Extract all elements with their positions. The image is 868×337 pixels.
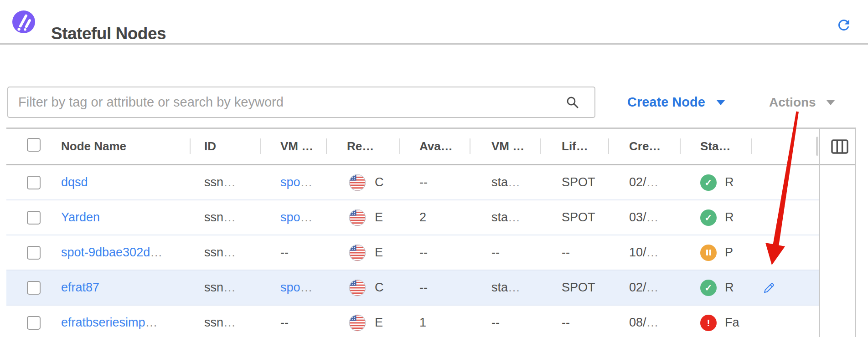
header-divider [190,138,191,154]
lifecycle-cell: SPOT [540,271,608,305]
column-header-vm-1: VM … [260,139,326,153]
us-flag-icon [349,174,366,191]
node-name-cell: efratbseriesimp… [44,306,190,337]
select-all-checkbox[interactable] [27,138,41,152]
table-row: Yarden ssn… spo… E 2 sta… SPOT 03/… R [6,200,819,235]
column-header-status: Sta… [680,139,751,153]
vm-link[interactable]: spo… [280,210,313,225]
availability-cell: 2 [399,200,470,235]
columns-icon [831,139,848,154]
vm-link[interactable]: spo… [280,281,313,295]
node-name-link[interactable]: efratbseriesimp… [61,316,158,330]
row-checkbox[interactable] [27,176,41,189]
lifecycle-cell: SPOT [540,200,608,235]
node-name-link[interactable]: efrat87 [61,281,99,295]
status-cell: P [680,235,751,270]
status-failed-icon [700,315,717,331]
availability-cell: -- [399,235,470,270]
nodes-table: Node Name ID VM … Re… Ava… VM … Lif… Cre… [6,128,856,337]
edit-node-button[interactable] [763,281,775,294]
filter-input[interactable] [8,87,594,117]
status-running-icon [700,209,717,226]
lifecycle-cell: -- [540,306,608,337]
row-checkbox[interactable] [27,211,41,225]
column-header-vm-2: VM … [470,139,540,153]
pencil-icon [763,281,775,294]
node-id-cell: ssn… [190,271,260,305]
vm-cell: spo… [260,271,326,305]
node-name-cell: efrat87 [44,271,190,305]
row-checkbox[interactable] [27,246,41,260]
vm-type-cell: sta… [470,200,540,235]
node-name-link[interactable]: spot-9dbae302d… [61,245,162,260]
app-header: Stateful Nodes [0,0,868,45]
status-paused-icon [700,245,717,261]
availability-cell: -- [399,271,470,305]
created-cell: 03/… [608,200,680,235]
us-flag-icon [349,244,366,261]
filter-bar [7,87,595,118]
vm-cell: -- [260,306,326,337]
node-id-cell: ssn… [190,235,260,270]
status-cell: R [680,165,751,199]
create-node-button[interactable]: Create Node [627,87,725,118]
created-cell: 02/… [608,165,680,199]
status-cell: R [680,200,751,235]
chevron-down-icon [826,100,835,105]
node-name-link[interactable]: Yarden [61,210,100,225]
region-cell: E [326,306,399,337]
column-picker-button[interactable] [831,139,848,154]
row-actions-cell [751,200,819,235]
header-divider [326,138,327,154]
spot-logo-icon [12,10,35,33]
header-divider [540,138,541,154]
region-cell: E [326,200,399,235]
table-row: spot-9dbae302d… ssn… -- E -- -- -- 10/… … [6,235,819,271]
region-cell: E [326,235,399,270]
lifecycle-cell: SPOT [540,165,608,199]
created-cell: 02/… [608,271,680,305]
vm-type-cell: -- [470,235,540,270]
actions-button[interactable]: Actions [769,87,835,118]
table-header-row: Node Name ID VM … Re… Ava… VM … Lif… Cre… [6,129,856,165]
row-actions-cell [751,306,819,337]
vm-type-cell: -- [470,306,540,337]
row-select-cell [6,306,44,337]
row-checkbox[interactable] [27,316,41,330]
row-select-cell [6,235,44,270]
us-flag-icon [349,209,366,226]
row-actions-cell [751,235,819,270]
table-right-border [855,129,856,337]
availability-cell: 1 [399,306,470,337]
table-vertical-divider [819,129,820,337]
node-id-cell: ssn… [190,165,260,199]
vm-link[interactable]: spo… [280,175,313,189]
node-id-cell: ssn… [190,306,260,337]
header-divider [751,138,752,154]
node-name-link[interactable]: dqsd [61,175,88,189]
availability-cell: -- [399,165,470,199]
column-header-created: Cre… [608,139,680,153]
column-header-id: ID [190,139,260,153]
vertical-scrollbar-thumb[interactable] [816,137,818,156]
table-row: dqsd ssn… spo… C -- sta… SPOT 02/… R [6,165,819,200]
header-divider [399,138,400,154]
region-cell: C [326,165,399,199]
node-name-cell: Yarden [44,200,190,235]
row-checkbox[interactable] [27,281,41,295]
node-name-cell: spot-9dbae302d… [44,235,190,270]
refresh-button[interactable] [836,17,852,33]
column-header-lifecycle: Lif… [540,139,608,153]
select-all-cell [6,138,44,155]
actions-label: Actions [769,95,816,110]
vm-cell: spo… [260,165,326,199]
column-header-region: Re… [326,139,399,153]
table-row: efratbseriesimp… ssn… -- E 1 -- -- 08/… … [6,306,819,337]
row-actions-cell [751,271,819,305]
chevron-down-icon [716,100,725,105]
us-flag-icon [349,279,366,296]
row-select-cell [6,271,44,305]
created-cell: 10/… [608,235,680,270]
row-select-cell [6,165,44,199]
row-select-cell [6,200,44,235]
